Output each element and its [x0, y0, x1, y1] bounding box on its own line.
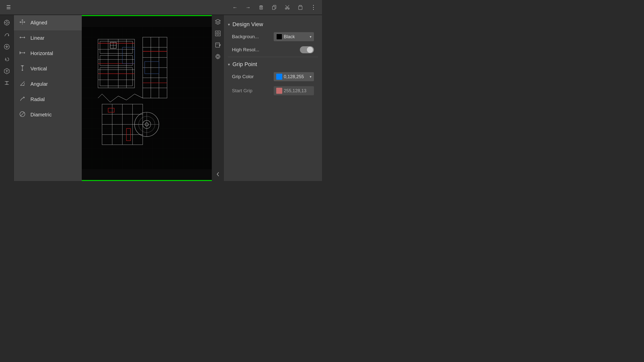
icon-sidebar: [0, 15, 14, 181]
background-color-swatch: [276, 34, 282, 40]
svg-rect-117: [216, 43, 220, 47]
grip-color-dropdown-arrow: ▾: [310, 75, 311, 79]
menu-item-aligned[interactable]: Aligned: [14, 15, 82, 30]
sidebar-tool-add-node[interactable]: [1, 41, 12, 52]
collapse-panel-button[interactable]: [213, 169, 223, 179]
menu-item-linear[interactable]: Linear: [14, 30, 82, 46]
cad-drawing[interactable]: [82, 15, 224, 181]
svg-line-13: [287, 5, 289, 7]
menu-panel: Aligned Linear Ho: [14, 15, 82, 181]
grip-color-swatch: [276, 74, 282, 80]
canvas-side-toolbar: [212, 15, 224, 181]
grip-point-title: Grip Point: [232, 61, 257, 68]
grip-point-header[interactable]: ▾ Grip Point: [228, 58, 318, 70]
start-grip-value[interactable]: 255,128,13: [274, 86, 314, 95]
svg-point-120: [217, 56, 219, 58]
horizontal-icon: [19, 49, 26, 58]
menu-item-horizontal[interactable]: Horizontal: [14, 46, 82, 61]
grip-color-value[interactable]: 0,128,255 ▾: [274, 72, 314, 81]
linear-label: Linear: [30, 35, 45, 41]
background-value[interactable]: Black ▾: [274, 32, 314, 41]
angular-icon: [19, 80, 26, 88]
diametric-icon: [19, 111, 26, 119]
high-resolution-toggle[interactable]: [300, 46, 314, 53]
delete-button[interactable]: [256, 2, 267, 13]
svg-rect-15: [299, 5, 301, 6]
more-button[interactable]: ⋮: [308, 2, 319, 13]
start-grip-label: Start Grip: [232, 88, 272, 94]
grip-color-label: Grip Color: [232, 74, 272, 79]
menu-item-vertical[interactable]: Vertical: [14, 61, 82, 76]
aligned-label: Aligned: [30, 20, 47, 26]
background-row: Backgroun... Black ▾: [228, 30, 318, 44]
background-dropdown-arrow: ▾: [310, 35, 311, 39]
svg-point-116: [217, 33, 218, 34]
edit-button[interactable]: [213, 40, 223, 50]
sidebar-tool-target[interactable]: [1, 17, 12, 28]
background-color-name: Black: [284, 34, 308, 39]
radial-icon: [19, 95, 26, 104]
grip-point-chevron: ▾: [228, 62, 230, 67]
start-grip-row: Start Grip 255,128,13: [228, 84, 318, 98]
layers-button[interactable]: [213, 17, 223, 27]
top-toolbar: ☰ ← → ⋮: [0, 0, 322, 15]
radial-label: Radial: [30, 97, 45, 102]
grip-color-number: 0,128,255: [284, 74, 308, 79]
menu-item-radial[interactable]: Radial: [14, 92, 82, 107]
grip-color-row: Grip Color 0,128,255 ▾: [228, 70, 318, 84]
right-panel: ▾ Design View Backgroun... Black ▾ High …: [224, 15, 322, 181]
svg-line-41: [20, 112, 24, 116]
sidebar-tool-undo-path[interactable]: [1, 53, 12, 64]
angular-label: Angular: [30, 81, 48, 87]
start-grip-swatch: [276, 88, 282, 94]
toggle-knob: [307, 47, 313, 53]
canvas-area[interactable]: [82, 15, 224, 181]
back-button[interactable]: ←: [229, 2, 240, 13]
diametric-label: Diametric: [30, 112, 52, 118]
paste-button[interactable]: [295, 2, 306, 13]
vertical-icon: [19, 65, 26, 73]
start-grip-number: 255,128,13: [284, 88, 311, 94]
design-view-title: Design View: [232, 21, 263, 28]
copy-button[interactable]: [269, 2, 280, 13]
forward-button[interactable]: →: [243, 2, 254, 13]
menu-item-diametric[interactable]: Diametric: [14, 107, 82, 122]
linear-icon: [19, 34, 26, 42]
high-resolution-row: High Resol...: [228, 44, 318, 56]
horizontal-label: Horizontal: [30, 51, 53, 56]
background-label: Backgroun...: [232, 34, 272, 39]
high-resolution-label: High Resol...: [232, 47, 298, 53]
main-content: Aligned Linear Ho: [0, 15, 322, 181]
svg-rect-14: [299, 6, 302, 10]
settings-button[interactable]: [213, 52, 223, 61]
vertical-label: Vertical: [30, 66, 47, 72]
design-view-chevron: ▾: [228, 22, 230, 27]
section-divider-1: [228, 57, 318, 57]
menu-item-angular[interactable]: Angular: [14, 76, 82, 92]
svg-rect-7: [272, 6, 275, 10]
menu-button[interactable]: ☰: [3, 2, 14, 13]
svg-point-17: [6, 22, 8, 24]
svg-rect-0: [260, 6, 262, 6]
svg-marker-113: [215, 19, 220, 22]
design-view-header[interactable]: ▾ Design View: [228, 18, 318, 30]
sidebar-tool-curve[interactable]: [1, 29, 12, 40]
sidebar-tool-junction[interactable]: [1, 65, 12, 76]
sidebar-tool-resize[interactable]: [1, 77, 12, 88]
cut-button[interactable]: [282, 2, 293, 13]
svg-line-12: [286, 5, 287, 7]
view-toggle-button[interactable]: [213, 29, 223, 38]
aligned-icon: [19, 19, 26, 27]
